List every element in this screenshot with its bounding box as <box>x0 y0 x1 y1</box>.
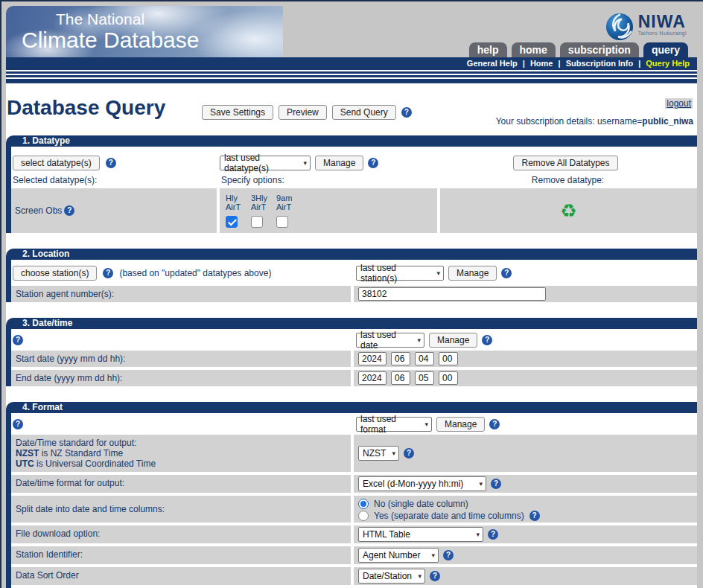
page: The National Climate Database NIWA Taiho… <box>6 6 697 588</box>
help-icon[interactable]: ? <box>13 335 23 345</box>
preview-button[interactable]: Preview <box>279 105 327 120</box>
remove-datatype-recycle-icon[interactable]: ♻ <box>560 202 576 220</box>
sort-order-label: Data Sort Order <box>11 567 351 585</box>
main-content: Database Query Save Settings Preview Sen… <box>6 83 697 588</box>
help-icon[interactable]: ? <box>491 479 501 489</box>
tab-home[interactable]: home <box>512 42 556 57</box>
start-hour-input[interactable] <box>439 352 458 365</box>
start-year-input[interactable] <box>358 352 387 365</box>
split-date-label: Split date into date and time columns: <box>11 496 351 523</box>
choose-stations-note: (based on "updated" datatypes above) <box>119 268 271 278</box>
link-subscription-info[interactable]: Subscription Info <box>566 59 633 68</box>
masthead: The National Climate Database NIWA Taiho… <box>6 6 697 57</box>
datetime-format-select[interactable]: Excel (d-Mon-yyyy hh:mi) ▾ <box>358 476 486 491</box>
help-icon[interactable]: ? <box>443 550 454 560</box>
subscription-details: Your subscription details: username=publ… <box>496 116 693 127</box>
last-used-stations-select[interactable]: last used station(s) ▾ <box>356 266 444 281</box>
end-date-row: End date (yyyy mm dd hh): <box>11 370 697 386</box>
manage-formats-button[interactable]: Manage <box>436 417 485 432</box>
help-icon[interactable]: ? <box>489 419 500 429</box>
chevron-down-icon: ▾ <box>424 421 428 428</box>
selected-datatypes-column-label: Selected datatype(s): <box>13 175 221 185</box>
file-download-select[interactable]: HTML Table ▾ <box>358 527 483 542</box>
choose-stations-button[interactable]: choose station(s) <box>13 266 97 281</box>
start-date-row: Start date (yyyy mm dd hh): <box>11 351 697 367</box>
help-icon[interactable]: ? <box>430 571 440 581</box>
link-bar: General Help | Home | Subscription Info … <box>6 57 697 70</box>
start-date-label: Start date (yyyy mm dd hh): <box>11 351 351 367</box>
help-icon[interactable]: ? <box>404 448 414 458</box>
chevron-down-icon: ▾ <box>417 336 421 344</box>
niwa-logo-text: NIWA <box>638 13 687 31</box>
last-used-format-select[interactable]: last used format ▾ <box>356 417 432 432</box>
last-used-datatypes-select[interactable]: last used datatype(s) ▾ <box>220 156 311 170</box>
browser-viewport: The National Climate Database NIWA Taiho… <box>0 0 703 588</box>
help-icon[interactable]: ? <box>401 107 412 118</box>
section-location: 2. Location choose station(s) ? (based o… <box>6 249 697 302</box>
station-identifier-row: Station Identifier: Agent Number ▾ ? <box>11 546 697 564</box>
split-yes-label: Yes (separate date and time columns) <box>374 511 524 521</box>
datatype-name: Screen Obs <box>15 205 62 216</box>
help-icon[interactable]: ? <box>501 268 512 278</box>
subscription-label: Your subscription details: username= <box>496 116 643 127</box>
link-query-help[interactable]: Query Help <box>646 59 690 68</box>
section-location-header: 2. Location <box>6 249 697 260</box>
link-separator: | <box>638 59 640 68</box>
help-icon[interactable]: ? <box>13 419 23 429</box>
last-used-date-select[interactable]: last used date ▾ <box>356 333 424 348</box>
split-date-row: Split date into date and time columns: N… <box>11 496 697 523</box>
end-hour-input[interactable] <box>439 371 458 385</box>
sort-order-select[interactable]: Date/Station ▾ <box>358 569 425 584</box>
section-datatype: 1. Datatype select datatype(s) ? last us… <box>6 135 697 233</box>
chevron-down-icon: ▾ <box>479 480 483 488</box>
split-no-radio[interactable] <box>358 499 369 509</box>
link-separator: | <box>523 59 525 68</box>
split-yes-radio[interactable] <box>358 511 369 521</box>
end-year-input[interactable] <box>358 371 387 385</box>
hly-airt-checkbox[interactable] <box>226 216 238 228</box>
tab-query[interactable]: query <box>643 42 688 57</box>
save-settings-button[interactable]: Save Settings <box>202 105 273 120</box>
datetime-standard-row: Date/Time standard for output: NZST is N… <box>11 435 697 472</box>
datetime-standard-select[interactable]: NZST ▾ <box>358 446 399 461</box>
query-toolbar: Save Settings Preview Send Query ? <box>202 105 412 120</box>
help-icon[interactable]: ? <box>529 511 540 521</box>
tab-help[interactable]: help <box>469 42 507 57</box>
manage-dates-button[interactable]: Manage <box>429 333 477 348</box>
station-identifier-select[interactable]: Agent Number ▾ <box>358 548 439 563</box>
tab-subscription[interactable]: subscription <box>560 42 639 57</box>
split-no-label: No (single date column) <box>374 499 468 509</box>
link-home[interactable]: Home <box>530 59 553 68</box>
option-hly-airt: Hly AirT <box>226 194 246 229</box>
end-day-input[interactable] <box>415 371 434 385</box>
send-query-button[interactable]: Send Query <box>332 105 396 120</box>
link-separator: | <box>559 59 561 68</box>
datetime-format-row: Date/time format for output: Excel (d-Mo… <box>11 475 697 493</box>
agent-number-input[interactable] <box>358 287 546 301</box>
help-icon[interactable]: ? <box>103 268 113 278</box>
start-day-input[interactable] <box>415 352 434 365</box>
manage-stations-button[interactable]: Manage <box>448 266 497 281</box>
datatype-row: Screen Obs ? Hly AirT <box>11 188 697 233</box>
nav-tabs: help home subscription query <box>469 42 688 57</box>
manage-datatypes-button[interactable]: Manage <box>315 156 363 170</box>
logout-link[interactable]: logout <box>665 98 693 109</box>
9am-airt-checkbox[interactable] <box>276 216 288 228</box>
help-icon[interactable]: ? <box>368 158 378 168</box>
remove-all-datatypes-button[interactable]: Remove All Datatypes <box>513 156 617 170</box>
help-icon[interactable]: ? <box>488 529 498 540</box>
link-general-help[interactable]: General Help <box>467 59 518 68</box>
3hly-airt-checkbox[interactable] <box>251 216 263 228</box>
station-identifier-label: Station Identifier: <box>11 546 351 564</box>
start-month-input[interactable] <box>391 352 410 365</box>
help-icon[interactable]: ? <box>64 205 74 216</box>
end-month-input[interactable] <box>391 371 410 385</box>
section-format: 4. Format ? last used format ▾ Manage <box>6 402 697 588</box>
select-datatypes-button[interactable]: select datatype(s) <box>13 156 100 170</box>
help-icon[interactable]: ? <box>482 335 492 345</box>
chevron-down-icon: ▾ <box>431 552 435 559</box>
window-frame-left <box>0 0 1 588</box>
help-icon[interactable]: ? <box>106 158 116 168</box>
title-area: Database Query Save Settings Preview Sen… <box>6 83 697 135</box>
chevron-down-icon: ▾ <box>418 572 422 580</box>
